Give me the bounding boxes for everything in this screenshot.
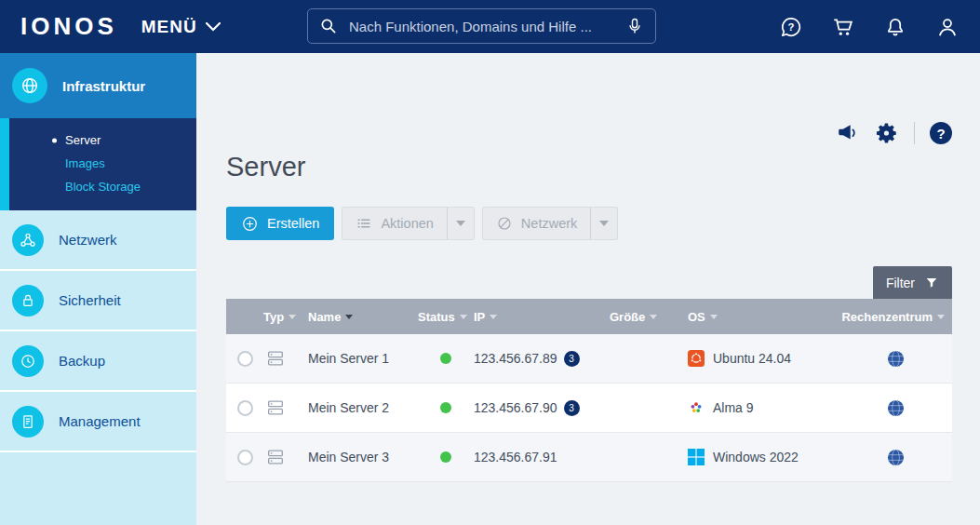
actions-button-label: Aktionen (381, 216, 433, 231)
infrastructure-icon (12, 68, 47, 103)
os-label: Alma 9 (713, 400, 754, 415)
ip-address: 123.456.67.91 (474, 450, 557, 464)
sidebar-item-sicherheit[interactable]: Sicherheit (0, 271, 196, 331)
header-cell-typ[interactable]: Typ (263, 310, 308, 324)
sidebar-subitem-block-storage[interactable]: Block Storage (0, 175, 196, 198)
filter-button[interactable]: Filter (873, 266, 952, 299)
table-row[interactable]: Mein Server 3 123.456.67.91 Windows 2022 (226, 433, 952, 482)
chevron-down-icon (206, 22, 221, 32)
ubuntu-icon (688, 350, 705, 367)
funnel-icon (924, 276, 939, 290)
table-row[interactable]: Mein Server 1 123.456.67.893 Ubuntu 24.0… (226, 334, 952, 384)
sidebar-subitem-images[interactable]: Images (0, 152, 196, 175)
sidebar: Infrastruktur Server Images Block Storag… (0, 53, 196, 525)
server-type-icon (265, 348, 286, 369)
header-cell-name[interactable]: Name (308, 310, 418, 324)
search-icon (319, 17, 338, 35)
row-select-radio[interactable] (237, 400, 253, 416)
header-cell-status[interactable]: Status (418, 310, 474, 324)
header-cell-os[interactable]: OS (688, 310, 839, 324)
windows-icon (688, 449, 705, 465)
toolbar: Erstellen Aktionen Netzwerk (226, 207, 980, 240)
filter-button-label: Filter (886, 276, 915, 290)
server-name: Mein Server 2 (308, 400, 418, 415)
settings-gear-icon[interactable] (875, 121, 899, 145)
table-header: Typ Name Status IP Größe OS Rechenzentru… (226, 299, 952, 334)
header-cell-groesse[interactable]: Größe (610, 310, 688, 324)
sidebar-item-label: Backup (59, 353, 105, 369)
management-icon (12, 406, 44, 438)
sort-icon (937, 315, 945, 319)
network-split-button: Netzwerk (482, 207, 618, 240)
infrastruktur-submenu: Server Images Block Storage (0, 118, 196, 210)
sort-icon (710, 315, 718, 319)
svg-text:?: ? (788, 20, 795, 32)
server-type-icon (265, 397, 286, 418)
actions-button[interactable]: Aktionen (342, 207, 446, 240)
ip-count-badge: 3 (564, 400, 580, 416)
status-indicator (440, 451, 451, 463)
account-icon[interactable] (935, 15, 960, 39)
row-select-radio[interactable] (237, 351, 253, 367)
security-icon (12, 285, 44, 316)
create-button[interactable]: Erstellen (226, 207, 334, 240)
network-button[interactable]: Netzwerk (482, 207, 590, 240)
actions-dropdown-toggle[interactable] (447, 207, 475, 240)
caret-down-icon (456, 221, 465, 226)
globe-icon (887, 399, 905, 417)
status-indicator (440, 353, 451, 364)
table-row[interactable]: Mein Server 2 123.456.67.903 Alma 9 (226, 384, 952, 433)
search-input[interactable] (347, 18, 616, 35)
menu-button[interactable]: MENÜ (141, 17, 221, 37)
page-title: Server (226, 152, 980, 182)
server-type-icon (265, 447, 286, 467)
backup-icon (12, 345, 44, 377)
ionos-logo[interactable]: IONOS (20, 12, 117, 41)
caret-down-icon (599, 221, 609, 226)
globe-icon (887, 350, 905, 368)
sidebar-item-label: Management (59, 413, 141, 429)
menu-label: MENÜ (141, 17, 197, 37)
list-icon (356, 215, 372, 232)
network-slash-icon (496, 215, 513, 232)
ip-address: 123.456.67.90 (474, 400, 557, 415)
network-dropdown-toggle[interactable] (590, 207, 618, 240)
sidebar-item-label: Sicherheit (59, 292, 121, 308)
sidebar-subitem-server[interactable]: Server (0, 128, 196, 152)
filter-row: Filter (196, 266, 952, 299)
header-actions: ? (779, 0, 960, 53)
sort-icon (289, 315, 296, 319)
sort-icon (345, 315, 353, 319)
sidebar-item-management[interactable]: Management (0, 392, 196, 452)
sidebar-item-label: Infrastruktur (62, 78, 145, 94)
os-label: Windows 2022 (713, 450, 799, 464)
top-bar: IONOS MENÜ ? (0, 0, 980, 53)
divider (914, 122, 915, 144)
actions-split-button: Aktionen (342, 207, 474, 240)
row-select-radio[interactable] (237, 450, 253, 465)
sidebar-item-infrastruktur[interactable]: Infrastruktur (0, 53, 196, 118)
cart-icon[interactable] (831, 15, 855, 39)
help-icon[interactable]: ? (930, 122, 952, 144)
sort-icon (490, 315, 497, 319)
network-icon (12, 224, 44, 256)
server-name: Mein Server 3 (308, 450, 418, 464)
help-glyph: ? (936, 126, 945, 141)
sidebar-item-label: Netzwerk (59, 232, 117, 248)
microphone-icon[interactable] (625, 17, 644, 35)
sidebar-item-netzwerk[interactable]: Netzwerk (0, 210, 196, 271)
almalinux-icon (688, 399, 705, 416)
notifications-icon[interactable] (883, 15, 907, 39)
globe-icon (887, 449, 905, 466)
sort-icon (460, 315, 467, 319)
status-indicator (440, 402, 451, 413)
sidebar-item-backup[interactable]: Backup (0, 331, 196, 392)
search-bar[interactable] (307, 8, 656, 44)
help-chat-icon[interactable]: ? (779, 15, 803, 39)
server-table: Typ Name Status IP Größe OS Rechenzentru… (226, 299, 952, 482)
sort-icon (650, 315, 657, 319)
os-label: Ubuntu 24.04 (713, 351, 791, 366)
announcements-icon[interactable] (836, 121, 860, 145)
header-cell-rechenzentrum[interactable]: Rechenzentrum (839, 310, 952, 324)
header-cell-ip[interactable]: IP (474, 310, 610, 324)
